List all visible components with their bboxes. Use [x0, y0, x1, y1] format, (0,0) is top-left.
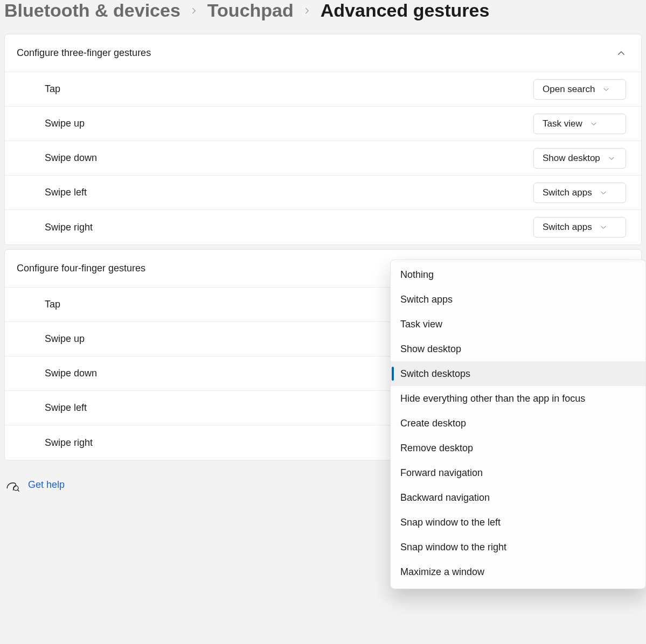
- menu-item[interactable]: Task view: [391, 312, 645, 337]
- combo-three-swipe-up[interactable]: Task view: [533, 114, 626, 134]
- chevron-up-icon: [616, 48, 626, 58]
- combo-three-swipe-down[interactable]: Show desktop: [533, 148, 626, 169]
- menu-item[interactable]: Snap window to the left: [391, 510, 645, 535]
- chevron-down-icon: [600, 189, 607, 197]
- combo-three-swipe-right[interactable]: Switch apps: [533, 217, 626, 237]
- gesture-label: Swipe up: [45, 333, 85, 345]
- gesture-label: Tap: [45, 299, 60, 310]
- breadcrumb-touchpad[interactable]: Touchpad: [207, 0, 294, 21]
- row-three-swipe-up: Swipe up Task view: [5, 107, 641, 141]
- combo-value: Switch apps: [543, 222, 592, 233]
- get-help-link[interactable]: Get help: [28, 479, 65, 491]
- menu-item[interactable]: Backward navigation: [391, 485, 645, 510]
- combo-value: Task view: [543, 118, 582, 129]
- chevron-right-icon: [303, 4, 311, 18]
- dropdown-menu[interactable]: Nothing Switch apps Task view Show deskt…: [390, 260, 646, 589]
- combo-value: Show desktop: [543, 153, 600, 164]
- gesture-label: Swipe left: [45, 402, 87, 414]
- menu-item[interactable]: Show desktop: [391, 337, 645, 361]
- menu-item[interactable]: Switch apps: [391, 287, 645, 312]
- combo-value: Open search: [543, 84, 595, 95]
- chevron-down-icon: [590, 120, 598, 128]
- gesture-label: Swipe up: [45, 118, 85, 129]
- gesture-label: Swipe down: [45, 152, 97, 164]
- svg-line-2: [18, 490, 19, 491]
- menu-item[interactable]: Remove desktop: [391, 436, 645, 460]
- menu-item[interactable]: Create desktop: [391, 411, 645, 436]
- row-three-swipe-left: Swipe left Switch apps: [5, 176, 641, 210]
- three-finger-gestures-card: Configure three-finger gestures Tap Open…: [4, 34, 642, 245]
- combo-three-tap[interactable]: Open search: [533, 79, 626, 100]
- gesture-label: Swipe left: [45, 187, 87, 198]
- gesture-label: Tap: [45, 83, 60, 95]
- gesture-label: Swipe right: [45, 437, 93, 449]
- menu-item[interactable]: Snap window to the right: [391, 535, 645, 559]
- menu-item-selected[interactable]: Switch desktops: [391, 361, 645, 386]
- chevron-down-icon: [600, 223, 607, 231]
- row-three-swipe-right: Swipe right Switch apps: [5, 210, 641, 244]
- three-finger-header[interactable]: Configure three-finger gestures: [5, 34, 641, 72]
- page-title: Advanced gestures: [321, 0, 490, 21]
- help-icon: [5, 478, 19, 492]
- menu-item[interactable]: Hide everything other than the app in fo…: [391, 386, 645, 411]
- menu-item[interactable]: Nothing: [391, 262, 645, 287]
- menu-item[interactable]: Maximize a window: [391, 559, 645, 584]
- three-finger-title: Configure three-finger gestures: [17, 47, 151, 59]
- gesture-label: Swipe down: [45, 368, 97, 379]
- chevron-down-icon: [608, 155, 615, 162]
- row-three-tap: Tap Open search: [5, 72, 641, 107]
- row-three-swipe-down: Swipe down Show desktop: [5, 141, 641, 176]
- combo-three-swipe-left[interactable]: Switch apps: [533, 183, 626, 203]
- combo-value: Switch apps: [543, 187, 592, 198]
- chevron-right-icon: [190, 4, 198, 18]
- four-finger-title: Configure four-finger gestures: [17, 263, 145, 274]
- gesture-label: Swipe right: [45, 222, 93, 233]
- chevron-down-icon: [602, 86, 610, 93]
- breadcrumb: Bluetooth & devices Touchpad Advanced ge…: [4, 0, 642, 34]
- menu-item[interactable]: Forward navigation: [391, 460, 645, 485]
- breadcrumb-bluetooth-devices[interactable]: Bluetooth & devices: [4, 0, 180, 21]
